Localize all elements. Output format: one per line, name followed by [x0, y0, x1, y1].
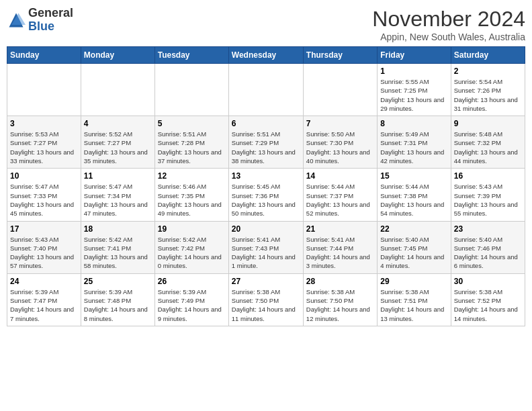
- day-info: Sunrise: 5:38 AMSunset: 7:52 PMDaylight:…: [454, 287, 522, 323]
- day-info: Sunrise: 5:49 AMSunset: 7:31 PMDaylight:…: [380, 130, 447, 165]
- day-info-line: Sunset: 7:26 PM: [454, 87, 501, 94]
- day-info-line: Daylight: 13 hours and 55 minutes.: [454, 201, 518, 217]
- day-info-line: Daylight: 13 hours and 57 minutes.: [10, 253, 74, 269]
- calendar-cell: 24Sunrise: 5:39 AMSunset: 7:47 PMDayligh…: [7, 273, 81, 326]
- day-info-line: Sunset: 7:46 PM: [454, 244, 501, 252]
- day-info-line: Daylight: 14 hours and 7 minutes.: [10, 306, 74, 322]
- day-info: Sunrise: 5:51 AMSunset: 7:28 PMDaylight:…: [158, 130, 226, 165]
- day-info-line: Daylight: 13 hours and 44 minutes.: [454, 148, 518, 165]
- calendar-cell: 19Sunrise: 5:42 AMSunset: 7:42 PMDayligh…: [154, 221, 228, 273]
- day-info-line: Sunrise: 5:48 AM: [454, 130, 502, 138]
- day-info-line: Sunrise: 5:49 AM: [380, 130, 429, 138]
- calendar-cell: 4Sunrise: 5:52 AMSunset: 7:27 PMDaylight…: [81, 116, 154, 169]
- logo-blue: Blue: [28, 19, 54, 33]
- calendar-cell: 30Sunrise: 5:38 AMSunset: 7:52 PMDayligh…: [451, 273, 525, 326]
- calendar-cell: 14Sunrise: 5:44 AMSunset: 7:37 PMDayligh…: [303, 169, 377, 221]
- day-info-line: Daylight: 14 hours and 14 minutes.: [454, 306, 518, 322]
- day-info-line: Sunrise: 5:44 AM: [380, 183, 429, 190]
- day-info-line: Sunset: 7:51 PM: [380, 297, 427, 304]
- day-number: 3: [10, 119, 78, 128]
- day-number: 19: [158, 224, 226, 234]
- day-info: Sunrise: 5:44 AMSunset: 7:37 PMDaylight:…: [306, 182, 374, 218]
- day-info: Sunrise: 5:45 AMSunset: 7:36 PMDaylight:…: [232, 182, 300, 218]
- day-number: 8: [380, 119, 447, 128]
- day-number: 21: [306, 224, 374, 234]
- day-info-line: Daylight: 13 hours and 45 minutes.: [10, 201, 74, 217]
- calendar-cell: 27Sunrise: 5:38 AMSunset: 7:50 PMDayligh…: [228, 273, 303, 326]
- day-info: Sunrise: 5:46 AMSunset: 7:35 PMDaylight:…: [158, 182, 226, 218]
- day-info-line: Sunset: 7:33 PM: [10, 192, 57, 199]
- logo-text: General Blue: [28, 7, 73, 34]
- calendar-cell: 3Sunrise: 5:53 AMSunset: 7:27 PMDaylight…: [7, 116, 81, 169]
- day-info-line: Sunrise: 5:45 AM: [232, 183, 280, 190]
- day-number: 20: [232, 224, 300, 234]
- calendar-week-3: 10Sunrise: 5:47 AMSunset: 7:33 PMDayligh…: [7, 169, 525, 221]
- day-info-line: Sunrise: 5:44 AM: [306, 183, 355, 190]
- day-info-line: Daylight: 13 hours and 50 minutes.: [232, 201, 296, 217]
- day-info: Sunrise: 5:53 AMSunset: 7:27 PMDaylight:…: [10, 130, 78, 165]
- day-info: Sunrise: 5:43 AMSunset: 7:39 PMDaylight:…: [454, 182, 522, 218]
- day-info-line: Sunrise: 5:50 AM: [306, 130, 355, 138]
- day-info-line: Sunrise: 5:41 AM: [306, 236, 355, 243]
- day-info-line: Daylight: 14 hours and 3 minutes.: [306, 253, 370, 269]
- day-info-line: Sunset: 7:44 PM: [306, 244, 353, 252]
- day-info-line: Daylight: 13 hours and 54 minutes.: [380, 201, 444, 217]
- day-info-line: Daylight: 14 hours and 13 minutes.: [380, 306, 444, 322]
- calendar-cell: 11Sunrise: 5:47 AMSunset: 7:34 PMDayligh…: [81, 169, 154, 221]
- day-info-line: Sunset: 7:40 PM: [10, 244, 57, 252]
- calendar-cell: [228, 64, 303, 116]
- day-info-line: Sunrise: 5:39 AM: [84, 288, 132, 295]
- day-info-line: Daylight: 13 hours and 49 minutes.: [158, 201, 222, 217]
- day-info-line: Sunrise: 5:47 AM: [84, 183, 132, 190]
- day-info-line: Sunset: 7:25 PM: [380, 87, 427, 94]
- day-number: 22: [380, 224, 447, 234]
- day-info: Sunrise: 5:54 AMSunset: 7:26 PMDaylight:…: [454, 77, 522, 113]
- col-saturday: Saturday: [451, 47, 525, 64]
- day-info-line: Sunset: 7:52 PM: [454, 297, 501, 304]
- day-number: 7: [306, 119, 374, 128]
- day-number: 2: [454, 66, 522, 76]
- calendar-cell: 29Sunrise: 5:38 AMSunset: 7:51 PMDayligh…: [378, 273, 451, 326]
- day-number: 12: [158, 171, 226, 181]
- day-info-line: Sunrise: 5:39 AM: [158, 288, 206, 295]
- calendar-cell: 21Sunrise: 5:41 AMSunset: 7:44 PMDayligh…: [303, 221, 377, 273]
- day-info-line: Sunset: 7:39 PM: [454, 192, 501, 199]
- day-info-line: Sunset: 7:42 PM: [158, 244, 205, 252]
- logo: General Blue: [7, 7, 73, 34]
- day-info-line: Sunrise: 5:43 AM: [10, 236, 58, 243]
- day-number: 1: [380, 66, 447, 76]
- calendar-cell: [7, 64, 81, 116]
- page-header: General Blue November 2024 Appin, New So…: [7, 7, 525, 42]
- day-number: 5: [158, 119, 226, 128]
- calendar-cell: 18Sunrise: 5:42 AMSunset: 7:41 PMDayligh…: [81, 221, 154, 273]
- day-info-line: Sunrise: 5:43 AM: [454, 183, 502, 190]
- day-info-line: Daylight: 14 hours and 1 minute.: [232, 253, 296, 269]
- day-info: Sunrise: 5:41 AMSunset: 7:43 PMDaylight:…: [232, 235, 300, 271]
- calendar-cell: 5Sunrise: 5:51 AMSunset: 7:28 PMDaylight…: [154, 116, 228, 169]
- day-number: 16: [454, 171, 522, 181]
- location: Appin, New South Wales, Australia: [372, 32, 525, 42]
- calendar-cell: [303, 64, 377, 116]
- day-info: Sunrise: 5:39 AMSunset: 7:48 PMDaylight:…: [84, 287, 152, 323]
- day-number: 14: [306, 171, 374, 181]
- day-info-line: Sunset: 7:29 PM: [232, 139, 279, 146]
- day-info-line: Sunrise: 5:54 AM: [454, 78, 502, 85]
- header-row: Sunday Monday Tuesday Wednesday Thursday…: [7, 47, 525, 64]
- day-info-line: Daylight: 13 hours and 31 minutes.: [454, 96, 518, 112]
- day-info-line: Daylight: 13 hours and 38 minutes.: [232, 148, 296, 165]
- calendar-cell: 20Sunrise: 5:41 AMSunset: 7:43 PMDayligh…: [228, 221, 303, 273]
- title-block: November 2024 Appin, New South Wales, Au…: [372, 7, 525, 42]
- day-info: Sunrise: 5:42 AMSunset: 7:41 PMDaylight:…: [84, 235, 152, 271]
- day-info-line: Sunset: 7:50 PM: [232, 297, 279, 304]
- day-info-line: Daylight: 13 hours and 37 minutes.: [158, 148, 222, 165]
- day-info-line: Sunrise: 5:42 AM: [158, 236, 206, 243]
- day-info-line: Daylight: 13 hours and 52 minutes.: [306, 201, 370, 217]
- day-info-line: Sunset: 7:49 PM: [158, 297, 205, 304]
- day-number: 4: [84, 119, 152, 128]
- day-info: Sunrise: 5:44 AMSunset: 7:38 PMDaylight:…: [380, 182, 447, 218]
- day-number: 10: [10, 171, 78, 181]
- calendar-week-4: 17Sunrise: 5:43 AMSunset: 7:40 PMDayligh…: [7, 221, 525, 273]
- day-info-line: Sunset: 7:31 PM: [380, 139, 427, 146]
- calendar-cell: 15Sunrise: 5:44 AMSunset: 7:38 PMDayligh…: [378, 169, 451, 221]
- day-info-line: Sunrise: 5:42 AM: [84, 236, 132, 243]
